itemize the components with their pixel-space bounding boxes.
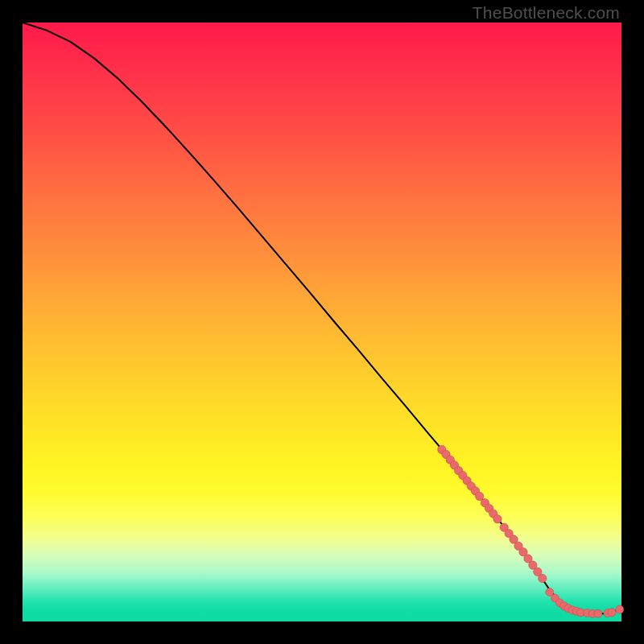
data-point <box>493 515 502 523</box>
flat-markers <box>546 588 624 618</box>
data-point <box>539 574 547 582</box>
data-point <box>594 609 602 617</box>
chart-stage: TheBottleneck.com <box>0 0 644 644</box>
bottleneck-curve <box>23 23 621 613</box>
chart-overlay <box>0 0 644 644</box>
segment-markers <box>438 445 547 582</box>
data-point <box>608 609 616 617</box>
data-point <box>616 605 624 613</box>
